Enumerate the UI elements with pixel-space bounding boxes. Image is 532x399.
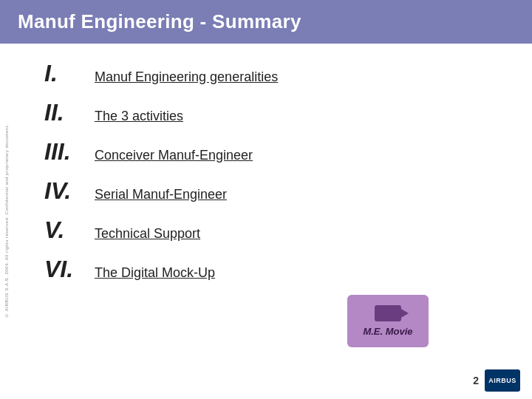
menu-item[interactable]: VI.The Digital Mock-Up: [44, 253, 488, 286]
menu-item-text: Serial Manuf-Engineer: [95, 187, 227, 202]
menu-item[interactable]: III.Conceiver Manuf-Engineer: [44, 135, 488, 168]
camera-icon: [375, 305, 401, 321]
roman-numeral: VI.: [44, 256, 89, 283]
slide: Manuf Engineering - Summary © AIRBUS S.A…: [0, 0, 532, 399]
airbus-logo-text: AIRBUS: [488, 377, 516, 384]
slide-header: Manuf Engineering - Summary: [0, 0, 532, 44]
roman-numeral: II.: [44, 99, 89, 126]
menu-item-text: Conceiver Manuf-Engineer: [95, 148, 253, 163]
menu-list: I.Manuf Engineering generalitiesII.The 3…: [44, 57, 488, 292]
menu-item[interactable]: IV.Serial Manuf-Engineer: [44, 174, 488, 208]
menu-item[interactable]: I.Manuf Engineering generalities: [44, 57, 488, 90]
movie-button[interactable]: M.E. Movie: [347, 295, 429, 347]
page-number: 2: [473, 375, 479, 386]
main-content: I.Manuf Engineering generalitiesII.The 3…: [0, 44, 532, 399]
roman-numeral: III.: [44, 138, 89, 166]
menu-item-text: The Digital Mock-Up: [95, 265, 215, 281]
menu-item-text: Technical Support: [95, 226, 200, 242]
roman-numeral: I.: [44, 60, 89, 87]
menu-item[interactable]: II.The 3 activities: [44, 96, 488, 129]
menu-item-text: Manuf Engineering generalities: [95, 69, 278, 85]
roman-numeral: V.: [44, 216, 89, 244]
movie-label: M.E. Movie: [363, 326, 412, 337]
roman-numeral: IV.: [44, 177, 89, 205]
slide-title: Manuf Engineering - Summary: [18, 10, 301, 33]
airbus-logo: AIRBUS: [485, 369, 520, 392]
menu-item-text: The 3 activities: [95, 109, 183, 124]
footer: 2 AIRBUS: [473, 369, 520, 392]
menu-item[interactable]: V.Technical Support: [44, 214, 488, 247]
